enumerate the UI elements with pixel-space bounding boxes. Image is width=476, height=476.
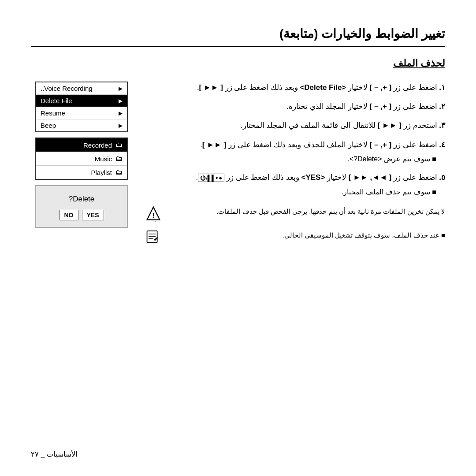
memo-note: ■ عند حذف الملف، سوف يتوقف تشغيل الموسيق… (145, 230, 445, 244)
folder-label-music: Music (95, 155, 112, 163)
step-3-num: ٣. (439, 121, 445, 130)
menu-box: ▶ Voice Recording.. ▶ Delete File ▶ Resu… (35, 82, 128, 132)
instruction-4-sub: ■ سوف يتم عرض <Delete?>. (145, 153, 436, 165)
section-title: لحذف الملف (31, 58, 445, 69)
menu-item-delete-file: ▶ Delete File (36, 95, 127, 107)
menu-item-beep: ▶ Beep (36, 119, 127, 131)
menu-item-resume: ▶ Resume (36, 107, 127, 119)
instructions-panel: ١. اضغط على زر [ +, – ] لاختيار <Delete … (145, 82, 445, 252)
folder-item-recorded: 🗂 Recorded (36, 138, 127, 152)
folder-icon-playlist: 🗂 (115, 168, 123, 176)
folder-label-recorded: Recorded (83, 141, 112, 149)
step-1-num: ١. (439, 83, 445, 92)
menu-label-beep: Beep (41, 122, 56, 129)
delete-question: Delete? (41, 195, 123, 204)
instruction-5-sub: ■ سوف يتم حذف الملف المختار. (145, 186, 436, 198)
instruction-4: ٤. اضغط على زر [ +, – ] لاختيار الملف لل… (145, 139, 445, 165)
memo-text: ■ عند حذف الملف، سوف يتوقف تشغيل الموسيق… (164, 230, 445, 241)
svg-text:!: ! (152, 212, 154, 219)
instruction-1: ١. اضغط على زر [ +, – ] لاختيار <Delete … (145, 82, 445, 93)
notes-block: لا يمكن تخزين الملفات مرة ثانية بعد أن ي… (145, 206, 445, 244)
svg-rect-3 (147, 231, 157, 243)
warning-text: لا يمكن تخزين الملفات مرة ثانية بعد أن ي… (166, 206, 445, 217)
instruction-2: ٢. اضغط على زر [ +, – ] لاختيار المجلد ا… (145, 100, 445, 112)
no-button[interactable]: NO (60, 210, 78, 220)
folder-item-music: 🗂 Music (36, 152, 127, 166)
svg-text:تنبيه: تنبيه (151, 220, 156, 222)
folder-label-playlist: Playlist (91, 169, 112, 176)
menu-label-delete: Delete File (41, 97, 72, 104)
folder-item-playlist: 🗂 Playlist (36, 166, 127, 179)
menu-arrow-resume: ▶ (119, 110, 123, 116)
menu-arrow-voice: ▶ (119, 86, 123, 92)
instruction-5: ٥. اضغط على زر [ ◄◄, ►► ] لاختيار <YES> … (145, 171, 445, 197)
folder-box: 🗂 Recorded 🗂 Music 🗂 Playlist (35, 138, 128, 180)
folder-icon-recorded: 🗂 (115, 141, 123, 149)
warning-note: لا يمكن تخزين الملفات مرة ثانية بعد أن ي… (145, 206, 445, 222)
note-icon: ملاحظة (145, 230, 160, 244)
content-area: ١. اضغط على زر [ +, – ] لاختيار <Delete … (31, 82, 445, 252)
step-4-num: ٤. (439, 141, 445, 149)
page: تغيير الضوابط والخيارات (متابعة) لحذف ال… (0, 0, 476, 476)
menu-item-voice-recording: ▶ Voice Recording.. (36, 82, 127, 95)
menu-label-resume: Resume (41, 109, 65, 117)
svg-text:ملاحظة: ملاحظة (147, 243, 158, 244)
ui-mockups: ▶ Voice Recording.. ▶ Delete File ▶ Resu… (31, 82, 128, 228)
step-5-num: ٥. (439, 173, 445, 182)
page-title: تغيير الضوابط والخيارات (متابعة) (31, 26, 445, 41)
title-divider (31, 46, 445, 47)
folder-icon-music: 🗂 (115, 155, 123, 163)
step-2-num: ٢. (439, 102, 445, 111)
menu-arrow-delete: ▶ (119, 98, 123, 104)
page-footer: الأساسيات _ ٢٧ (31, 450, 77, 458)
instruction-3: ٣. استخدم زر [ ►► ] للانتقال الى قائمة ا… (145, 119, 445, 131)
yes-no-row: YES NO (41, 210, 123, 220)
yes-button[interactable]: YES (82, 210, 104, 220)
warning-icon: ! تنبيه (145, 206, 161, 222)
delete-dialog: Delete? YES NO (35, 185, 128, 228)
menu-label-voice: Voice Recording.. (41, 85, 93, 92)
menu-arrow-beep: ▶ (119, 123, 123, 129)
